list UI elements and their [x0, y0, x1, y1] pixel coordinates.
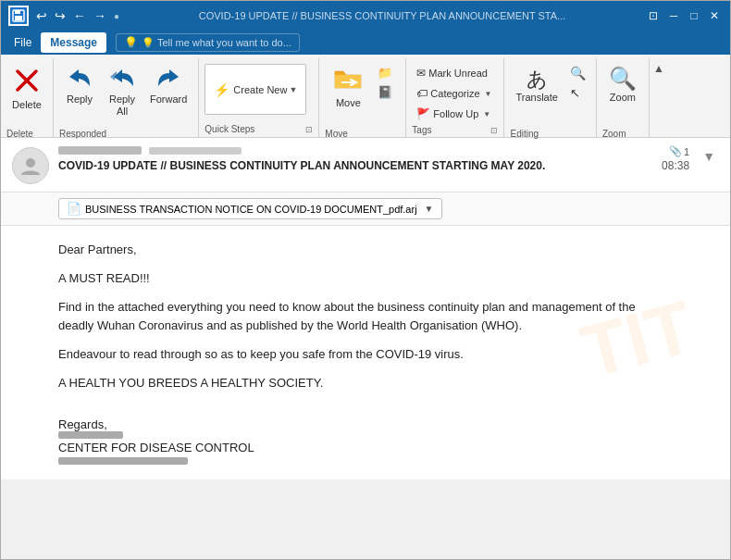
reply-all-label: ReplyAll: [109, 93, 135, 118]
search-button[interactable]: 🔍: [565, 64, 590, 82]
menu-file[interactable]: File: [5, 32, 41, 53]
tags-expand[interactable]: ⊡: [490, 126, 498, 135]
undo-icon[interactable]: ↩: [36, 8, 47, 23]
maximize-icon[interactable]: □: [686, 7, 702, 24]
responded-group-bottom: Responded: [59, 127, 192, 142]
editing-stack: 🔍 ↖: [565, 60, 590, 102]
email-meta: COVID-19 UPDATE // BUSINESS CONTINUITY P…: [58, 145, 652, 172]
move-folder-icon: [333, 68, 363, 95]
restore-icon[interactable]: ─: [665, 7, 682, 24]
move-stack: 📁 📓: [373, 60, 400, 101]
zoom-buttons: 🔍 Zoom: [602, 60, 643, 127]
back-icon[interactable]: ←: [73, 8, 86, 23]
follow-up-button[interactable]: 🚩 Follow Up ▼: [412, 105, 498, 123]
categorize-label: Categorize: [430, 88, 479, 99]
email-header-right: 📎 1 08:38: [662, 145, 689, 172]
ribbon-group-zoom: 🔍 Zoom Zoom: [597, 58, 650, 137]
quicksteps-group-label: Quick Steps: [204, 124, 254, 137]
categorize-icon: 🏷: [416, 87, 427, 100]
search-icon: 🔍: [570, 66, 586, 81]
create-new-button[interactable]: ⚡ Create New ▼: [204, 64, 306, 115]
mark-unread-label: Mark Unread: [428, 68, 488, 79]
ribbon-group-responded: Reply ReplyAll Forward: [54, 58, 199, 137]
attachment-item[interactable]: 📄 BUSINESS TRANSACTION NOTICE ON COVID-1…: [58, 198, 442, 219]
reply-all-button[interactable]: ReplyAll: [102, 60, 142, 127]
create-new-label: Create New: [233, 84, 287, 95]
forward-icon: [156, 68, 180, 92]
delete-label: Delete: [12, 99, 42, 111]
cursor-button[interactable]: ↖: [565, 84, 590, 102]
forward-label: Forward: [150, 93, 187, 106]
email-time: 08:38: [662, 159, 689, 172]
create-new-dropdown[interactable]: ▼: [289, 85, 297, 94]
cursor-icon: ↖: [570, 86, 580, 100]
tell-me-box[interactable]: 💡 💡 Tell me what you want to do...: [116, 33, 300, 52]
signature-org: CENTER FOR DISEASE CONTROL: [58, 441, 673, 454]
attachment-dropdown[interactable]: ▼: [425, 204, 434, 214]
move-label: Move: [336, 97, 361, 109]
move-buttons: Move 📁 📓: [325, 60, 400, 127]
move-group-bottom: Move: [325, 127, 400, 142]
editing-group-label: Editing: [510, 129, 539, 142]
move-group-label: Move: [325, 129, 347, 142]
categorize-arrow[interactable]: ▼: [483, 88, 494, 100]
sender-email: [149, 145, 242, 156]
move-other-button[interactable]: 📁: [373, 64, 400, 81]
zoom-button[interactable]: 🔍 Zoom: [602, 60, 643, 127]
paperclip-icon: 📎: [669, 145, 682, 157]
window-title: COVID-19 UPDATE // BUSINESS CONTINUITY P…: [119, 10, 645, 21]
editing-group-bottom: Editing: [510, 127, 589, 142]
move-button[interactable]: Move: [325, 60, 371, 127]
editing-buttons: あ Translate 🔍 ↖: [510, 60, 589, 127]
translate-icon: あ: [527, 69, 548, 90]
onenote-button[interactable]: 📓: [373, 83, 400, 101]
email-header: COVID-19 UPDATE // BUSINESS CONTINUITY P…: [1, 138, 730, 193]
expand-arrow[interactable]: ▼: [699, 145, 719, 168]
body-para-3: Endeavour to read through so as to keep …: [58, 345, 673, 365]
delete-button[interactable]: Delete: [6, 60, 47, 127]
email-body: TIT Dear Partners, A MUST READ!!! Find i…: [1, 226, 730, 417]
responded-buttons: Reply ReplyAll Forward: [59, 60, 192, 127]
flag-icon: 🚩: [416, 107, 430, 120]
email-from-row: [58, 145, 652, 156]
menu-message[interactable]: Message: [41, 32, 106, 53]
quicksteps-expand[interactable]: ⊡: [305, 125, 313, 134]
delete-icon: [14, 68, 40, 97]
collapse-icon: ▲: [653, 62, 664, 75]
tags-group-bottom: Tags ⊡: [412, 123, 498, 138]
reply-all-icon: [109, 68, 135, 92]
minimize-icon[interactable]: ⊡: [645, 7, 662, 24]
ribbon-collapse-button[interactable]: ▲: [650, 58, 668, 137]
ribbon-group-tags: ✉ Mark Unread 🏷 Categorize ▼ 🚩 Follow Up…: [406, 58, 504, 137]
email-signature: Regards, CENTER FOR DISEASE CONTROL: [1, 417, 730, 479]
mark-unread-button[interactable]: ✉ Mark Unread: [412, 64, 498, 82]
body-para-4: A HEALTH YOU BREEDS A HEALTHY SOCIETY.: [58, 374, 673, 393]
sender-avatar: [12, 147, 49, 184]
delete-group-bottom: Delete: [6, 127, 47, 142]
ribbon-group-delete: Delete Delete: [1, 58, 54, 137]
delete-group-label: Delete: [6, 129, 33, 142]
delete-buttons: Delete: [6, 60, 47, 127]
close-icon[interactable]: ✕: [706, 7, 723, 24]
tell-me-text[interactable]: 💡 Tell me what you want to do...: [142, 37, 291, 49]
signature-regards: Regards,: [58, 417, 673, 431]
svg-rect-2: [15, 16, 22, 20]
redo-icon[interactable]: ↪: [55, 8, 66, 23]
follow-up-arrow[interactable]: ▼: [481, 108, 492, 120]
forward-icon[interactable]: →: [93, 8, 106, 23]
other-folder-icon: 📁: [378, 66, 392, 80]
tags-buttons: ✉ Mark Unread 🏷 Categorize ▼ 🚩 Follow Up…: [412, 60, 498, 123]
translate-label: Translate: [515, 92, 557, 104]
responded-group-label: Responded: [59, 129, 106, 142]
translate-button[interactable]: あ Translate: [510, 60, 563, 127]
quicksteps-group-bottom: Quick Steps ⊡: [204, 122, 313, 137]
forward-button[interactable]: Forward: [144, 60, 192, 127]
zoom-icon: 🔍: [609, 68, 637, 90]
reply-button[interactable]: Reply: [59, 60, 100, 127]
save-icon[interactable]: [8, 6, 29, 26]
menu-bar: File Message 💡 💡 Tell me what you want t…: [1, 31, 730, 55]
title-bar: ↩ ↪ ← → ● COVID-19 UPDATE // BUSINESS CO…: [1, 1, 730, 31]
reply-icon: [68, 68, 92, 92]
categorize-button[interactable]: 🏷 Categorize ▼: [412, 84, 498, 103]
lightbulb-icon: 💡: [124, 36, 138, 49]
